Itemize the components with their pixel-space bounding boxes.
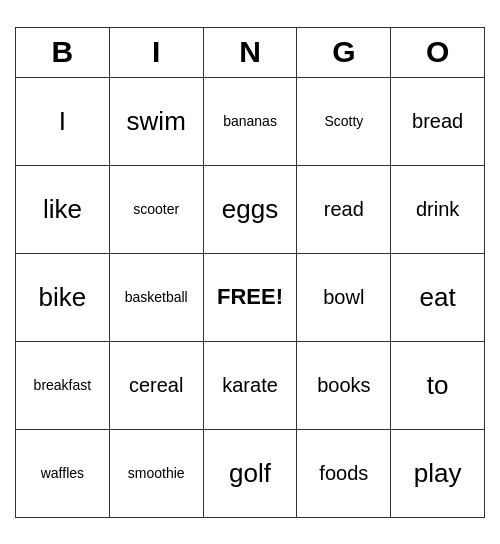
bingo-cell-4-1: smoothie [109, 429, 203, 517]
bingo-cell-2-4: eat [391, 253, 485, 341]
bingo-row-4: wafflessmoothiegolffoodsplay [16, 429, 485, 517]
bingo-cell-1-2: eggs [203, 165, 297, 253]
bingo-cell-0-1: swim [109, 77, 203, 165]
bingo-header-O: O [391, 27, 485, 77]
bingo-row-2: bikebasketballFREE!bowleat [16, 253, 485, 341]
bingo-cell-4-3: foods [297, 429, 391, 517]
bingo-cell-4-2: golf [203, 429, 297, 517]
bingo-cell-0-4: bread [391, 77, 485, 165]
bingo-header-N: N [203, 27, 297, 77]
bingo-cell-2-3: bowl [297, 253, 391, 341]
bingo-cell-3-2: karate [203, 341, 297, 429]
bingo-row-3: breakfastcerealkaratebooksto [16, 341, 485, 429]
bingo-header-I: I [109, 27, 203, 77]
bingo-header-B: B [16, 27, 110, 77]
bingo-cell-4-4: play [391, 429, 485, 517]
bingo-cell-3-0: breakfast [16, 341, 110, 429]
bingo-cell-1-4: drink [391, 165, 485, 253]
bingo-header-G: G [297, 27, 391, 77]
bingo-cell-0-0: I [16, 77, 110, 165]
bingo-row-1: likescootereggsreaddrink [16, 165, 485, 253]
bingo-card: BINGO IswimbananasScottybreadlikescooter… [15, 27, 485, 518]
bingo-cell-0-2: bananas [203, 77, 297, 165]
bingo-cell-0-3: Scotty [297, 77, 391, 165]
bingo-cell-2-2: FREE! [203, 253, 297, 341]
bingo-cell-2-0: bike [16, 253, 110, 341]
bingo-cell-1-0: like [16, 165, 110, 253]
bingo-cell-3-4: to [391, 341, 485, 429]
bingo-cell-3-3: books [297, 341, 391, 429]
bingo-cell-1-1: scooter [109, 165, 203, 253]
bingo-cell-3-1: cereal [109, 341, 203, 429]
bingo-cell-1-3: read [297, 165, 391, 253]
bingo-row-0: IswimbananasScottybread [16, 77, 485, 165]
bingo-cell-4-0: waffles [16, 429, 110, 517]
bingo-cell-2-1: basketball [109, 253, 203, 341]
